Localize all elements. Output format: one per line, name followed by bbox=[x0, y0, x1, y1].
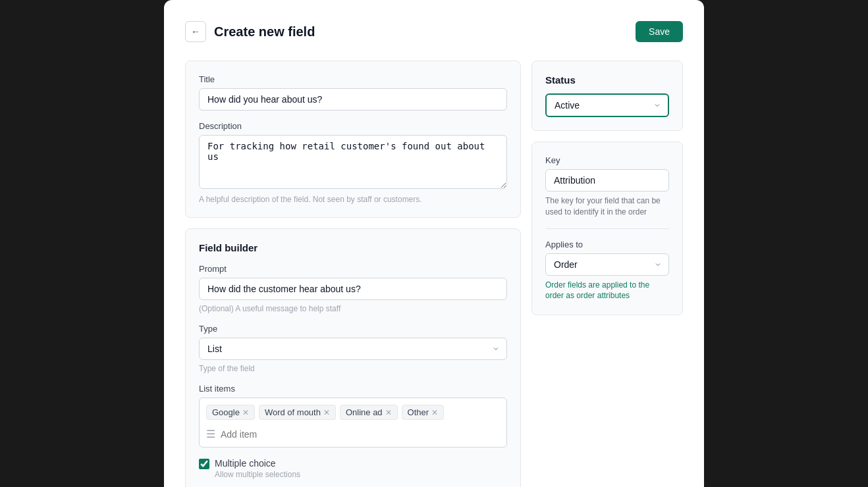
status-title: Status bbox=[545, 74, 669, 86]
content-area: Title Description A helpful description … bbox=[185, 61, 683, 487]
description-input[interactable] bbox=[199, 135, 507, 189]
key-helper: The key for your field that can be used … bbox=[545, 195, 669, 218]
type-group: Type List Text Number Checkbox Type of t… bbox=[199, 324, 507, 373]
save-button[interactable]: Save bbox=[636, 21, 683, 42]
header-left: ← Create new field bbox=[185, 21, 315, 42]
prompt-group: Prompt (Optional) A useful message to he… bbox=[199, 264, 507, 313]
back-button[interactable]: ← bbox=[185, 21, 206, 42]
header: ← Create new field Save bbox=[185, 21, 683, 42]
tag-remove-other[interactable]: ✕ bbox=[431, 409, 438, 417]
multiple-choice-helper: Allow multiple selections bbox=[215, 470, 300, 479]
list-items-label: List items bbox=[199, 384, 507, 394]
tag-remove-google[interactable]: ✕ bbox=[242, 409, 249, 417]
list-icon: ☰ bbox=[206, 428, 215, 440]
side-panel: Status Active Inactive Key The key for y… bbox=[531, 61, 683, 487]
status-card: Status Active Inactive bbox=[531, 61, 683, 131]
type-select[interactable]: List Text Number Checkbox bbox=[199, 338, 507, 360]
multiple-choice-label[interactable]: Multiple choice bbox=[215, 458, 276, 469]
tag-label: Other bbox=[408, 407, 429, 417]
multiple-choice-group: Multiple choice Allow multiple selection… bbox=[199, 458, 507, 479]
applies-to-select[interactable]: Order Line Item bbox=[545, 253, 669, 276]
applies-to-helper: Order fields are applied to the order as… bbox=[545, 280, 669, 302]
tag-label: Word of mouth bbox=[265, 407, 321, 417]
modal-container: ← Create new field Save Title Descriptio… bbox=[164, 0, 704, 487]
add-item-row: ☰ bbox=[206, 425, 500, 444]
checkbox-row: Multiple choice Allow multiple selection… bbox=[199, 458, 507, 479]
list-item: Online ad ✕ bbox=[340, 405, 398, 420]
type-helper: Type of the field bbox=[199, 364, 507, 373]
prompt-helper: (Optional) A useful message to help staf… bbox=[199, 304, 507, 313]
tags-row: Google ✕ Word of mouth ✕ Online ad ✕ bbox=[206, 405, 500, 420]
key-label: Key bbox=[545, 155, 669, 165]
field-builder-card: Field builder Prompt (Optional) A useful… bbox=[185, 228, 521, 487]
tag-remove-word-of-mouth[interactable]: ✕ bbox=[323, 409, 330, 417]
tag-label: Google bbox=[212, 407, 240, 417]
page-title: Create new field bbox=[214, 24, 315, 39]
add-item-input[interactable] bbox=[221, 429, 500, 440]
multiple-choice-checkbox[interactable] bbox=[199, 459, 209, 469]
tag-remove-online-ad[interactable]: ✕ bbox=[385, 409, 392, 417]
list-items-group: List items Google ✕ Word of mouth ✕ bbox=[199, 384, 507, 448]
key-group: Key The key for your field that can be u… bbox=[545, 155, 669, 218]
applies-to-label: Applies to bbox=[545, 240, 669, 249]
title-label: Title bbox=[199, 74, 507, 84]
main-panel: Title Description A helpful description … bbox=[185, 61, 521, 487]
status-select[interactable]: Active Inactive bbox=[545, 93, 669, 117]
field-builder-title: Field builder bbox=[199, 242, 507, 253]
key-applies-card: Key The key for your field that can be u… bbox=[531, 141, 683, 315]
back-icon: ← bbox=[191, 26, 200, 37]
list-item: Other ✕ bbox=[402, 405, 445, 420]
description-label: Description bbox=[199, 121, 507, 131]
prompt-label: Prompt bbox=[199, 264, 507, 274]
description-group: Description A helpful description of the… bbox=[199, 121, 507, 204]
applies-to-group: Applies to Order Line Item Order fields … bbox=[545, 240, 669, 302]
tag-label: Online ad bbox=[346, 407, 383, 417]
description-helper: A helpful description of the field. Not … bbox=[199, 195, 507, 204]
type-label: Type bbox=[199, 324, 507, 334]
prompt-input[interactable] bbox=[199, 278, 507, 300]
list-item: Word of mouth ✕ bbox=[259, 405, 336, 420]
divider bbox=[545, 228, 669, 229]
key-input[interactable] bbox=[545, 169, 669, 192]
list-items-container: Google ✕ Word of mouth ✕ Online ad ✕ bbox=[199, 397, 507, 448]
title-input[interactable] bbox=[199, 88, 507, 111]
title-group: Title bbox=[199, 74, 507, 111]
title-description-card: Title Description A helpful description … bbox=[185, 61, 521, 218]
list-item: Google ✕ bbox=[206, 405, 255, 420]
